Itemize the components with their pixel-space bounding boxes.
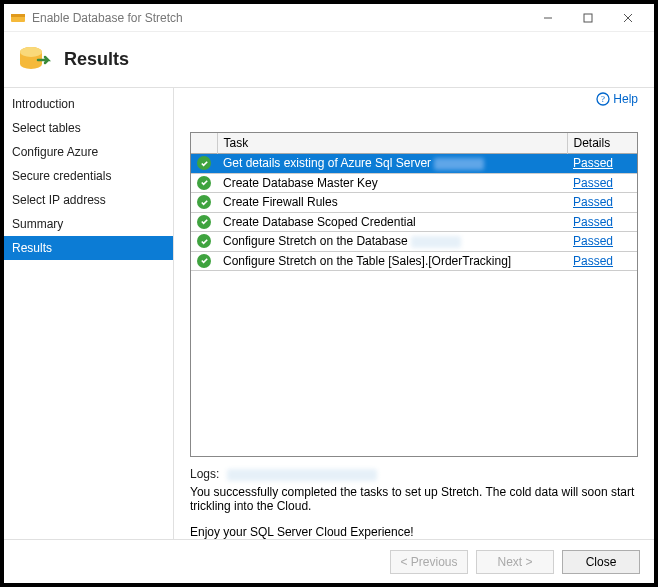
- status-cell: [191, 193, 217, 213]
- sidebar-item-configure-azure[interactable]: Configure Azure: [4, 140, 173, 164]
- page-header: Results: [4, 32, 654, 88]
- status-cell: [191, 154, 217, 174]
- svg-point-7: [20, 47, 42, 57]
- svg-rect-1: [11, 14, 25, 17]
- col-details: Details: [567, 133, 637, 154]
- table-row[interactable]: Get details existing of Azure Sql Server…: [191, 154, 637, 174]
- table-row[interactable]: Create Database Master Key Passed: [191, 173, 637, 193]
- task-cell: Configure Stretch on the Database: [217, 232, 567, 252]
- body: Introduction Select tables Configure Azu…: [4, 88, 654, 539]
- status-cell: [191, 232, 217, 252]
- detail-link[interactable]: Passed: [573, 176, 613, 190]
- close-window-button[interactable]: [608, 4, 648, 31]
- detail-link[interactable]: Passed: [573, 195, 613, 209]
- dialog-window: Enable Database for Stretch Results Intr…: [4, 4, 654, 583]
- task-cell: Configure Stretch on the Table [Sales].[…: [217, 251, 567, 271]
- check-icon: [197, 215, 211, 229]
- help-link[interactable]: ? Help: [596, 92, 638, 106]
- detail-cell: Passed: [567, 154, 637, 174]
- sidebar-item-summary[interactable]: Summary: [4, 212, 173, 236]
- previous-button: < Previous: [390, 550, 468, 574]
- page-title: Results: [64, 49, 129, 70]
- col-task: Task: [217, 133, 567, 154]
- close-button[interactable]: Close: [562, 550, 640, 574]
- logs-path-redacted: [227, 469, 377, 481]
- success-message-2: Enjoy your SQL Server Cloud Experience!: [190, 525, 638, 539]
- status-cell: [191, 212, 217, 232]
- sidebar-item-select-tables[interactable]: Select tables: [4, 116, 173, 140]
- app-icon: [10, 10, 26, 26]
- status-cell: [191, 173, 217, 193]
- svg-rect-3: [584, 14, 592, 22]
- sidebar-item-secure-credentials[interactable]: Secure credentials: [4, 164, 173, 188]
- detail-cell: Passed: [567, 251, 637, 271]
- window-title: Enable Database for Stretch: [32, 11, 528, 25]
- check-icon: [197, 176, 211, 190]
- next-button: Next >: [476, 550, 554, 574]
- sidebar-item-results[interactable]: Results: [4, 236, 173, 260]
- results-icon: [16, 42, 52, 78]
- detail-link[interactable]: Passed: [573, 254, 613, 268]
- redacted-text: [434, 158, 484, 170]
- task-cell: Create Firewall Rules: [217, 193, 567, 213]
- task-cell: Create Database Master Key: [217, 173, 567, 193]
- sidebar-item-introduction[interactable]: Introduction: [4, 92, 173, 116]
- detail-link[interactable]: Passed: [573, 156, 613, 170]
- check-icon: [197, 234, 211, 248]
- sidebar: Introduction Select tables Configure Azu…: [4, 88, 174, 539]
- detail-link[interactable]: Passed: [573, 215, 613, 229]
- table-row[interactable]: Create Firewall Rules Passed: [191, 193, 637, 213]
- detail-cell: Passed: [567, 232, 637, 252]
- redacted-text: [411, 236, 461, 248]
- check-icon: [197, 195, 211, 209]
- maximize-button[interactable]: [568, 4, 608, 31]
- main-panel: ? Help Task Details Get details existing…: [174, 88, 654, 539]
- check-icon: [197, 254, 211, 268]
- detail-cell: Passed: [567, 193, 637, 213]
- table-row[interactable]: Configure Stretch on the Table [Sales].[…: [191, 251, 637, 271]
- table-row[interactable]: Create Database Scoped Credential Passed: [191, 212, 637, 232]
- minimize-button[interactable]: [528, 4, 568, 31]
- detail-cell: Passed: [567, 173, 637, 193]
- svg-text:?: ?: [601, 94, 605, 104]
- detail-link[interactable]: Passed: [573, 234, 613, 248]
- logs-label: Logs:: [190, 467, 219, 481]
- help-label: Help: [613, 92, 638, 106]
- results-table: Task Details Get details existing of Azu…: [190, 132, 638, 457]
- success-message-1: You successfully completed the tasks to …: [190, 485, 638, 513]
- table-row[interactable]: Configure Stretch on the Database Passed: [191, 232, 637, 252]
- status-cell: [191, 251, 217, 271]
- sidebar-item-select-ip[interactable]: Select IP address: [4, 188, 173, 212]
- titlebar: Enable Database for Stretch: [4, 4, 654, 32]
- task-cell: Get details existing of Azure Sql Server: [217, 154, 567, 174]
- detail-cell: Passed: [567, 212, 637, 232]
- task-cell: Create Database Scoped Credential: [217, 212, 567, 232]
- footer: < Previous Next > Close: [4, 539, 654, 583]
- col-icon: [191, 133, 217, 154]
- check-icon: [197, 156, 211, 170]
- logs-line: Logs:: [190, 467, 638, 481]
